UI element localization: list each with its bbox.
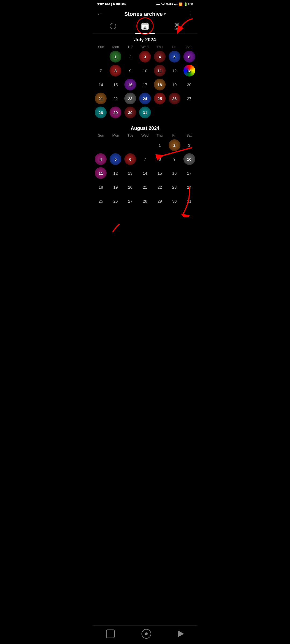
svg-point-6 [176, 24, 178, 26]
svg-rect-5 [146, 23, 147, 24]
calendar-day[interactable]: 2 [123, 50, 137, 63]
grid-icon [109, 22, 117, 31]
calendar-day[interactable]: 18 [153, 78, 167, 91]
calendar-day[interactable]: 5 [167, 50, 182, 63]
signal-icon: ▪▪▪▪ [156, 2, 160, 6]
calendar-day[interactable]: 20 [182, 78, 196, 91]
calendar-day[interactable]: 31 [138, 106, 152, 119]
calendar-icon: 13 [141, 22, 149, 32]
calendar-day[interactable]: 7 [94, 64, 108, 77]
calendar-day[interactable]: 8 [108, 64, 123, 77]
calendar-day[interactable]: 30 [123, 106, 137, 119]
svg-text:13: 13 [143, 26, 147, 29]
tab-bar: 13 [93, 19, 197, 34]
calendar-day[interactable]: 15 [108, 78, 123, 91]
title-chevron[interactable]: ▾ [164, 12, 166, 16]
calendar-day[interactable]: 28 [138, 194, 152, 208]
calendar-day[interactable]: 24 [138, 92, 152, 105]
calendar-day[interactable]: 12 [108, 166, 123, 180]
back-button[interactable]: ← [97, 10, 103, 17]
calendar-day[interactable]: 17 [138, 78, 152, 91]
calendar-day[interactable]: 3 [138, 50, 152, 63]
calendar-day [94, 138, 108, 152]
location-icon [173, 22, 181, 31]
calendar-day[interactable]: 2 [167, 138, 182, 152]
tab-grid[interactable] [97, 21, 129, 33]
header-title-text: Stories archive [124, 11, 163, 17]
calendar-day[interactable]: 12 [167, 64, 182, 77]
calendar-day[interactable]: 16 [123, 78, 137, 91]
calendar-day[interactable]: 14 [138, 166, 152, 180]
calendar-day[interactable]: 13 [123, 166, 137, 180]
wifi2-icon: 🛜 [179, 2, 183, 6]
calendar-day[interactable]: 31 [182, 194, 196, 208]
calendar-day[interactable]: 21 [138, 180, 152, 194]
july-title: July 2024 [93, 37, 197, 43]
more-button[interactable]: ⋮ [187, 10, 193, 17]
calendar-day[interactable]: 13 [182, 64, 196, 77]
calendar-day[interactable]: 21 [94, 92, 108, 105]
calendar-day[interactable]: 28 [94, 106, 108, 119]
july-section: July 2024 Sun Mon Tue Wed Thu Fri Sat 12… [93, 34, 197, 122]
calendar-day[interactable]: 9 [167, 152, 182, 166]
calendar-day[interactable]: 19 [167, 78, 182, 91]
calendar-day[interactable]: 23 [123, 92, 137, 105]
calendar-day[interactable]: 27 [123, 194, 137, 208]
calendar-day[interactable]: 25 [94, 194, 108, 208]
august-section: August 2024 Sun Mon Tue Wed Thu Fri Sat … [93, 122, 197, 211]
calendar-day[interactable]: 23 [167, 180, 182, 194]
calendar-day[interactable]: 16 [167, 166, 182, 180]
calendar-day[interactable]: 24 [182, 180, 196, 194]
calendar-day[interactable]: 22 [153, 180, 167, 194]
svg-point-0 [110, 23, 116, 29]
calendar-day[interactable]: 27 [182, 92, 196, 105]
status-time: 3:02 PM | 6.8KB/s [97, 2, 126, 6]
battery-icon: 🔋100 [184, 2, 193, 6]
svg-rect-2 [142, 23, 148, 25]
calendar-day[interactable]: 9 [123, 64, 137, 77]
tab-location[interactable] [161, 21, 193, 33]
august-grid: 1234567891011121314151617181920212223242… [93, 138, 197, 208]
calendar-day[interactable]: 15 [153, 166, 167, 180]
calendar-day [167, 106, 182, 119]
calendar-day[interactable]: 30 [167, 194, 182, 208]
calendar-day[interactable]: 11 [94, 166, 108, 180]
calendar-day[interactable]: 29 [108, 106, 123, 119]
august-title: August 2024 [93, 126, 197, 131]
calendar-day[interactable]: 1 [153, 138, 167, 152]
calendar-day[interactable]: 3 [182, 138, 196, 152]
calendar-day[interactable]: 18 [94, 180, 108, 194]
calendar-day[interactable]: 6 [123, 152, 137, 166]
status-icons: ▪▪▪▪ Vo WiFi ▪▪▪ 🛜 🔋100 [156, 2, 193, 6]
calendar-day[interactable]: 25 [153, 92, 167, 105]
signal2-icon: ▪▪▪ [174, 2, 177, 6]
july-grid: 1234567891011121314151617181920212223242… [93, 50, 197, 119]
svg-rect-4 [143, 23, 144, 24]
calendar-day[interactable]: 6 [182, 50, 196, 63]
july-day-headers: Sun Mon Tue Wed Thu Fri Sat [93, 45, 197, 49]
calendar-day [108, 138, 123, 152]
calendar-day[interactable]: 4 [153, 50, 167, 63]
tab-calendar[interactable]: 13 [129, 20, 161, 34]
calendar-day [153, 106, 167, 119]
calendar-day[interactable]: 7 [138, 152, 152, 166]
calendar-day [182, 106, 196, 119]
wifi-icon: WiFi [166, 2, 173, 6]
calendar-day[interactable]: 20 [123, 180, 137, 194]
calendar-day[interactable]: 5 [108, 152, 123, 166]
calendar-day[interactable]: 10 [182, 152, 196, 166]
calendar-day[interactable]: 17 [182, 166, 196, 180]
calendar-day[interactable]: 29 [153, 194, 167, 208]
calendar-day[interactable]: 8 [153, 152, 167, 166]
calendar-day[interactable]: 14 [94, 78, 108, 91]
calendar-day[interactable]: 10 [138, 64, 152, 77]
calendar-day[interactable]: 1 [108, 50, 123, 63]
calendar-day[interactable]: 11 [153, 64, 167, 77]
calendar-day [138, 138, 152, 152]
header-title-group: Stories archive ▾ [124, 11, 166, 17]
calendar-day[interactable]: 26 [167, 92, 182, 105]
calendar-day[interactable]: 19 [108, 180, 123, 194]
calendar-day[interactable]: 4 [94, 152, 108, 166]
calendar-day[interactable]: 22 [108, 92, 123, 105]
calendar-day[interactable]: 26 [108, 194, 123, 208]
